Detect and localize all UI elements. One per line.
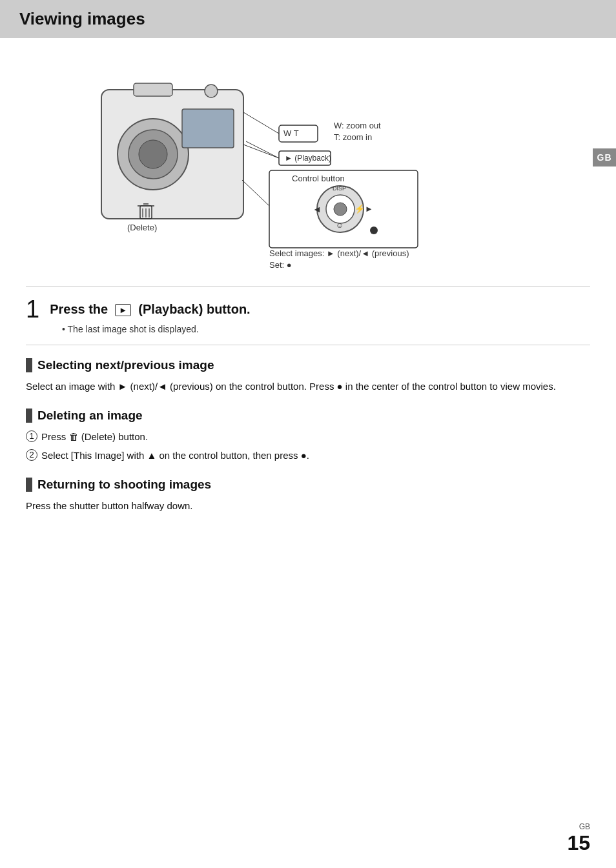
diagram-svg: (Delete) W T W: zoom out T: zoom in ► (P… bbox=[82, 51, 534, 270]
step1-subtext: • The last image shot is displayed. bbox=[62, 324, 590, 334]
svg-text:W   T: W T bbox=[283, 128, 299, 138]
svg-point-3 bbox=[139, 140, 167, 168]
page-number: 15 bbox=[567, 831, 590, 855]
svg-rect-6 bbox=[182, 109, 234, 148]
svg-text:T: zoom in: T: zoom in bbox=[334, 132, 372, 142]
delete-item-1: 1 Press 🗑 (Delete) button. bbox=[26, 429, 590, 445]
page-header: Viewing images bbox=[0, 0, 616, 38]
svg-line-20 bbox=[246, 141, 279, 158]
select-heading-bar bbox=[26, 358, 32, 372]
svg-text:W: zoom out: W: zoom out bbox=[334, 121, 381, 130]
svg-point-5 bbox=[205, 85, 218, 97]
svg-text:◄: ◄ bbox=[313, 204, 322, 214]
step1-text: Press the ► (Playback) button. bbox=[50, 302, 251, 317]
svg-text:DISP: DISP bbox=[333, 185, 346, 192]
step1-text2: (Playback) button. bbox=[138, 302, 250, 316]
svg-text:Select images: ► (next)/◄ (pre: Select images: ► (next)/◄ (previous) bbox=[269, 248, 409, 258]
step1-press: Press the bbox=[50, 302, 108, 316]
svg-point-25 bbox=[334, 203, 347, 216]
step1-section: 1 Press the ► (Playback) button. • The l… bbox=[26, 286, 590, 345]
step1-number: 1 bbox=[26, 297, 39, 321]
svg-line-33 bbox=[242, 180, 269, 206]
diagram-area: (Delete) W T W: zoom out T: zoom in ► (P… bbox=[26, 51, 590, 270]
svg-point-30 bbox=[370, 227, 378, 234]
delete-heading: Deleting an image bbox=[26, 409, 590, 423]
delete-item-2: 2 Select [This Image] with ▲ on the cont… bbox=[26, 448, 590, 463]
delete-item-2-text: Select [This Image] with ▲ on the contro… bbox=[41, 448, 309, 463]
svg-text:⚡►: ⚡► bbox=[354, 203, 373, 214]
delete-section: Deleting an image 1 Press 🗑 (Delete) but… bbox=[26, 409, 590, 463]
step1-line: 1 Press the ► (Playback) button. bbox=[26, 297, 590, 321]
circle-2: 2 bbox=[26, 449, 37, 461]
return-heading-bar bbox=[26, 478, 32, 492]
page-title: Viewing images bbox=[19, 9, 597, 29]
delete-item-1-text: Press 🗑 (Delete) button. bbox=[41, 429, 148, 445]
svg-text:(Delete): (Delete) bbox=[127, 223, 157, 232]
select-heading-title: Selecting next/previous image bbox=[37, 358, 214, 372]
svg-text:Set: ●: Set: ● bbox=[269, 260, 292, 270]
svg-text:Control button: Control button bbox=[292, 174, 345, 183]
select-section: Selecting next/previous image Select an … bbox=[26, 358, 590, 394]
return-body: Press the shutter button halfway down. bbox=[26, 498, 590, 514]
select-body: Select an image with ► (next)/◄ (previou… bbox=[26, 379, 590, 394]
return-section: Returning to shooting images Press the s… bbox=[26, 478, 590, 514]
svg-text:☺: ☺ bbox=[336, 221, 344, 230]
footer-gb: GB bbox=[579, 822, 590, 831]
svg-text:► (Playback): ► (Playback) bbox=[285, 154, 331, 163]
page-footer: GB 15 bbox=[567, 822, 590, 855]
main-content: (Delete) W T W: zoom out T: zoom in ► (P… bbox=[0, 51, 616, 514]
return-heading-title: Returning to shooting images bbox=[37, 478, 211, 492]
svg-rect-4 bbox=[134, 83, 172, 96]
circle-1: 1 bbox=[26, 430, 37, 442]
svg-line-32 bbox=[243, 145, 279, 158]
delete-heading-bar bbox=[26, 409, 32, 423]
return-heading: Returning to shooting images bbox=[26, 478, 590, 492]
step1-playback-btn: ► bbox=[115, 304, 131, 316]
gb-side-tab: GB bbox=[593, 148, 616, 167]
select-heading: Selecting next/previous image bbox=[26, 358, 590, 372]
svg-line-31 bbox=[243, 112, 279, 134]
delete-heading-title: Deleting an image bbox=[37, 409, 143, 423]
